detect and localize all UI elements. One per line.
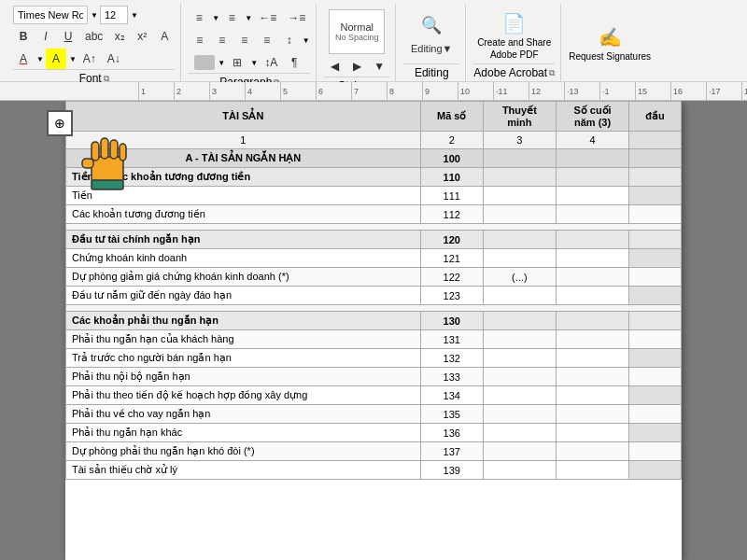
row-133-val2 xyxy=(629,368,682,386)
row-131-note xyxy=(483,330,556,349)
editing-icon: 🔍 xyxy=(421,15,442,35)
adobe-expand-icon[interactable]: ⧉ xyxy=(549,68,555,78)
section-a-code: 100 xyxy=(420,149,483,168)
list-bullet-dd[interactable]: ▼ xyxy=(212,14,219,22)
table-row: Các khoản tương đương tiền 112 xyxy=(66,205,682,224)
font-name-dropdown[interactable]: ▼ xyxy=(91,11,98,20)
row-133-val1 xyxy=(556,368,628,386)
border-dd[interactable]: ▼ xyxy=(250,59,258,67)
line-spacing-dd[interactable]: ▼ xyxy=(303,36,310,45)
shading-button[interactable] xyxy=(194,55,215,70)
styles-prev-button[interactable]: ◀ xyxy=(324,56,345,77)
indent-decrease-button[interactable]: ←≡ xyxy=(254,7,281,28)
font-name-input[interactable] xyxy=(13,6,88,24)
hand-cursor-icon xyxy=(70,124,145,199)
line-spacing-button[interactable]: ↕ xyxy=(279,30,300,50)
font-name-row: ▼ ▼ xyxy=(13,6,175,24)
list-number-dd[interactable]: ▼ xyxy=(245,14,252,22)
row-134-note xyxy=(483,386,556,405)
subscript-button[interactable]: x₂ xyxy=(109,26,130,47)
row-123-code: 123 xyxy=(420,287,483,305)
table-row: Dự phòng giảm giá chứng khoán kinh doanh… xyxy=(66,268,682,287)
ruler-mark-5: 5 xyxy=(280,82,316,101)
font-size-input[interactable] xyxy=(100,6,128,24)
italic-button[interactable]: I xyxy=(35,26,56,47)
svg-rect-6 xyxy=(92,180,123,189)
row-135-label: Phải thu về cho vay ngắn hạn xyxy=(66,405,421,424)
row-110-code: 110 xyxy=(420,168,483,187)
num-col4: 4 xyxy=(556,132,628,149)
ruler-mark-12: 12 xyxy=(529,82,564,101)
underline-button[interactable]: U xyxy=(58,26,78,47)
font-color-button[interactable]: A xyxy=(13,49,34,69)
row-110-val2 xyxy=(629,168,682,187)
align-justify-button[interactable]: ≡ xyxy=(257,30,277,50)
highlight-button[interactable]: A xyxy=(46,49,66,69)
align-right-button[interactable]: ≡ xyxy=(234,30,255,50)
para-row1: ≡ ▼ ≡ ▼ ←≡ →≡ xyxy=(189,7,310,28)
balance-sheet-table: TÀI SẢN Mã số Thuyết minh Số cuối năm (3… xyxy=(65,101,682,480)
font-format-row: B I U abc x₂ x² A xyxy=(13,26,175,47)
ruler-mark-15: 15 xyxy=(635,82,670,101)
editing-icon-row: 🔍 xyxy=(421,15,442,35)
row-139-code: 139 xyxy=(420,461,483,480)
row-112-val1 xyxy=(556,205,628,224)
table-row: Phải thu ngắn hạn khác 136 xyxy=(66,424,682,442)
row-122-label: Dự phòng giảm giá chứng khoán kinh doanh… xyxy=(66,268,421,287)
font-color-dropdown[interactable]: ▼ xyxy=(36,55,44,63)
ruler-mark-1: 1 xyxy=(138,82,174,101)
row-122-val1 xyxy=(556,268,628,287)
para-mark-button[interactable]: ¶ xyxy=(284,52,304,73)
font-size-decrease[interactable]: A↓ xyxy=(103,49,125,69)
indent-increase-button[interactable]: →≡ xyxy=(283,7,310,28)
editing-label: Editing xyxy=(411,43,443,54)
row-120-note xyxy=(483,231,556,249)
row-133-code: 133 xyxy=(420,368,483,386)
styles-dropdown-button[interactable]: ▼ xyxy=(369,56,389,77)
list-number-button[interactable]: ≡ xyxy=(221,7,242,28)
font-color-row: A ▼ A ▼ A↑ A↓ xyxy=(13,49,175,69)
document-page: TÀI SẢN Mã số Thuyết minh Số cuối năm (3… xyxy=(65,101,682,560)
ruler-marks: 1 2 3 4 5 6 7 8 9 10 ·11 12 ·13 ·1 15 16… xyxy=(138,82,747,101)
ruler-mark-6: 6 xyxy=(316,82,351,101)
num-col3: 3 xyxy=(483,132,556,149)
table-row: Phải thu nội bộ ngắn hạn 133 xyxy=(66,368,682,386)
table-row: Đầu tư nắm giữ đến ngày đáo hạn 123 xyxy=(66,287,682,305)
list-bullet-button[interactable]: ≡ xyxy=(189,7,209,28)
styles-next-button[interactable]: ▶ xyxy=(346,56,367,77)
row-134-code: 134 xyxy=(420,386,483,405)
editing-dropdown-button[interactable]: Editing ▼ xyxy=(403,38,459,59)
svg-rect-5 xyxy=(120,144,126,161)
editing-group-label-row: Editing xyxy=(403,63,459,79)
bold-button[interactable]: B xyxy=(13,26,34,47)
row-123-val2 xyxy=(629,287,682,305)
row-137-code: 137 xyxy=(420,442,483,461)
document-area: ⊕ xyxy=(0,101,747,560)
strikethrough-button[interactable]: abc xyxy=(80,26,107,47)
row-136-val1 xyxy=(556,424,628,442)
font-size-increase[interactable]: A↑ xyxy=(78,49,101,69)
toolbar: ▼ ▼ B I U abc x₂ x² A A ▼ A ▼ A↑ A↓ xyxy=(0,0,747,82)
font-controls: ▼ ▼ B I U abc x₂ x² A A ▼ A ▼ A↑ A↓ xyxy=(13,6,175,69)
superscript-button[interactable]: x² xyxy=(132,26,152,47)
table-header-row: TÀI SẢN Mã số Thuyết minh Số cuối năm (3… xyxy=(66,102,682,132)
sort-button[interactable]: ↕A xyxy=(260,52,282,73)
row-120-code: 120 xyxy=(420,231,483,249)
border-button[interactable]: ⊞ xyxy=(227,52,247,73)
row-139-val1 xyxy=(556,461,628,480)
spacer-row-2 xyxy=(66,305,682,312)
table-row: Đầu tư tài chính ngắn hạn 120 xyxy=(66,231,682,249)
row-135-val1 xyxy=(556,405,628,424)
font-size-dropdown[interactable]: ▼ xyxy=(131,11,138,20)
align-center-button[interactable]: ≡ xyxy=(212,30,233,50)
clear-format-button[interactable]: A xyxy=(154,26,175,47)
shading-dd[interactable]: ▼ xyxy=(218,59,225,67)
row-130-val1 xyxy=(556,312,628,330)
align-left-button[interactable]: ≡ xyxy=(190,30,210,50)
ruler-mark-7: 7 xyxy=(351,82,387,101)
styles-box[interactable]: Normal No Spacing xyxy=(329,9,385,54)
highlight-dropdown[interactable]: ▼ xyxy=(69,55,77,63)
row-122-code: 122 xyxy=(420,268,483,287)
move-icon[interactable]: ⊕ xyxy=(47,110,73,136)
section-a-note xyxy=(483,149,556,168)
